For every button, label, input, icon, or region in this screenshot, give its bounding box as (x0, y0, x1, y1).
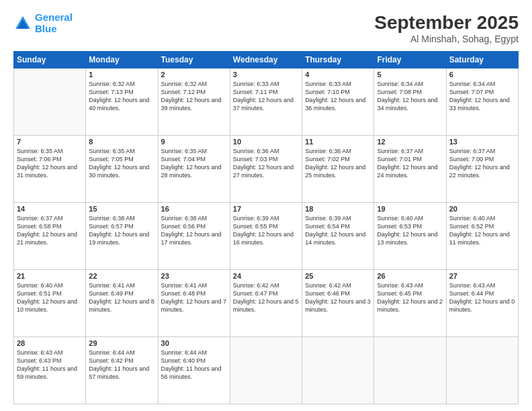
cell-info: Sunrise: 6:39 AMSunset: 6:54 PMDaylight:… (305, 214, 371, 247)
calendar-header-row: SundayMondayTuesdayWednesdayThursdayFrid… (14, 52, 519, 68)
day-number: 26 (377, 272, 443, 280)
cell-info: Sunrise: 6:32 AMSunset: 7:12 PMDaylight:… (161, 80, 227, 113)
day-number: 14 (17, 205, 83, 213)
day-number: 10 (233, 138, 299, 146)
calendar-cell: 3Sunrise: 6:33 AMSunset: 7:11 PMDaylight… (230, 68, 302, 136)
calendar-cell: 30Sunrise: 6:44 AMSunset: 6:40 PMDayligh… (158, 337, 230, 404)
day-number: 21 (17, 272, 83, 280)
day-number: 28 (17, 339, 83, 347)
cell-info: Sunrise: 6:44 AMSunset: 6:40 PMDaylight:… (161, 349, 227, 381)
cell-info: Sunrise: 6:37 AMSunset: 7:00 PMDaylight:… (449, 147, 515, 180)
day-number: 9 (161, 138, 227, 146)
day-number: 7 (17, 138, 83, 146)
weekday-header: Saturday (446, 52, 518, 68)
location-title: Al Minshah, Sohag, Egypt (374, 34, 519, 44)
calendar-week-row: 14Sunrise: 6:37 AMSunset: 6:58 PMDayligh… (14, 203, 519, 270)
day-number: 22 (89, 272, 154, 280)
cell-info: Sunrise: 6:35 AMSunset: 7:04 PMDaylight:… (161, 147, 227, 180)
calendar-week-row: 7Sunrise: 6:35 AMSunset: 7:06 PMDaylight… (14, 136, 519, 203)
page: General Blue September 2025 Al Minshah, … (0, 0, 532, 411)
day-number: 8 (89, 138, 154, 146)
logo-line2: Blue (35, 23, 57, 34)
calendar-cell: 27Sunrise: 6:43 AMSunset: 6:44 PMDayligh… (446, 270, 518, 337)
cell-info: Sunrise: 6:42 AMSunset: 6:47 PMDaylight:… (233, 281, 299, 314)
calendar-cell: 11Sunrise: 6:36 AMSunset: 7:02 PMDayligh… (302, 136, 374, 203)
day-number: 29 (89, 339, 154, 347)
calendar-cell: 6Sunrise: 6:34 AMSunset: 7:07 PMDaylight… (446, 68, 518, 136)
cell-info: Sunrise: 6:41 AMSunset: 6:49 PMDaylight:… (89, 281, 154, 314)
cell-info: Sunrise: 6:38 AMSunset: 6:56 PMDaylight:… (161, 214, 227, 247)
calendar-cell: 17Sunrise: 6:39 AMSunset: 6:55 PMDayligh… (230, 203, 302, 270)
calendar-cell: 13Sunrise: 6:37 AMSunset: 7:00 PMDayligh… (446, 136, 518, 203)
calendar-cell: 28Sunrise: 6:43 AMSunset: 6:43 PMDayligh… (14, 337, 86, 404)
cell-info: Sunrise: 6:44 AMSunset: 6:42 PMDaylight:… (89, 349, 154, 381)
calendar-cell: 5Sunrise: 6:34 AMSunset: 7:08 PMDaylight… (374, 68, 446, 136)
calendar-cell (302, 337, 374, 404)
day-number: 23 (161, 272, 227, 280)
calendar-cell (446, 337, 518, 404)
cell-info: Sunrise: 6:40 AMSunset: 6:53 PMDaylight:… (377, 214, 443, 247)
cell-info: Sunrise: 6:43 AMSunset: 6:43 PMDaylight:… (17, 349, 83, 381)
cell-info: Sunrise: 6:36 AMSunset: 7:02 PMDaylight:… (305, 147, 371, 180)
day-number: 18 (305, 205, 371, 213)
calendar-week-row: 21Sunrise: 6:40 AMSunset: 6:51 PMDayligh… (14, 270, 519, 337)
calendar-cell (374, 337, 446, 404)
calendar-cell: 23Sunrise: 6:41 AMSunset: 6:48 PMDayligh… (158, 270, 230, 337)
cell-info: Sunrise: 6:37 AMSunset: 6:58 PMDaylight:… (17, 214, 83, 247)
cell-info: Sunrise: 6:33 AMSunset: 7:10 PMDaylight:… (305, 80, 371, 113)
calendar-cell: 10Sunrise: 6:36 AMSunset: 7:03 PMDayligh… (230, 136, 302, 203)
calendar-cell (14, 68, 86, 136)
cell-info: Sunrise: 6:41 AMSunset: 6:48 PMDaylight:… (161, 281, 227, 314)
day-number: 3 (233, 71, 299, 79)
calendar-cell: 29Sunrise: 6:44 AMSunset: 6:42 PMDayligh… (86, 337, 158, 404)
day-number: 6 (449, 71, 515, 79)
cell-info: Sunrise: 6:42 AMSunset: 6:46 PMDaylight:… (305, 281, 371, 314)
day-number: 11 (305, 138, 371, 146)
day-number: 27 (449, 272, 515, 280)
cell-info: Sunrise: 6:40 AMSunset: 6:51 PMDaylight:… (17, 281, 83, 314)
cell-info: Sunrise: 6:33 AMSunset: 7:11 PMDaylight:… (233, 80, 299, 113)
calendar-cell: 4Sunrise: 6:33 AMSunset: 7:10 PMDaylight… (302, 68, 374, 136)
cell-info: Sunrise: 6:32 AMSunset: 7:13 PMDaylight:… (89, 80, 154, 113)
day-number: 16 (161, 205, 227, 213)
weekday-header: Friday (374, 52, 446, 68)
calendar-cell: 18Sunrise: 6:39 AMSunset: 6:54 PMDayligh… (302, 203, 374, 270)
calendar-cell: 12Sunrise: 6:37 AMSunset: 7:01 PMDayligh… (374, 136, 446, 203)
calendar-cell: 7Sunrise: 6:35 AMSunset: 7:06 PMDaylight… (14, 136, 86, 203)
cell-info: Sunrise: 6:35 AMSunset: 7:05 PMDaylight:… (89, 147, 154, 180)
calendar-week-row: 1Sunrise: 6:32 AMSunset: 7:13 PMDaylight… (14, 68, 519, 136)
day-number: 19 (377, 205, 443, 213)
calendar-cell: 19Sunrise: 6:40 AMSunset: 6:53 PMDayligh… (374, 203, 446, 270)
calendar-cell: 16Sunrise: 6:38 AMSunset: 6:56 PMDayligh… (158, 203, 230, 270)
calendar-cell: 22Sunrise: 6:41 AMSunset: 6:49 PMDayligh… (86, 270, 158, 337)
day-number: 15 (89, 205, 154, 213)
cell-info: Sunrise: 6:34 AMSunset: 7:08 PMDaylight:… (377, 80, 443, 113)
calendar-cell: 15Sunrise: 6:38 AMSunset: 6:57 PMDayligh… (86, 203, 158, 270)
month-title: September 2025 (374, 12, 519, 34)
calendar-cell: 26Sunrise: 6:43 AMSunset: 6:45 PMDayligh… (374, 270, 446, 337)
cell-info: Sunrise: 6:38 AMSunset: 6:57 PMDaylight:… (89, 214, 154, 247)
day-number: 12 (377, 138, 443, 146)
calendar-cell: 25Sunrise: 6:42 AMSunset: 6:46 PMDayligh… (302, 270, 374, 337)
logo-text: General Blue (35, 12, 73, 34)
day-number: 24 (233, 272, 299, 280)
header: General Blue September 2025 Al Minshah, … (13, 12, 519, 44)
day-number: 2 (161, 71, 227, 79)
cell-info: Sunrise: 6:35 AMSunset: 7:06 PMDaylight:… (17, 147, 83, 180)
calendar-cell: 20Sunrise: 6:40 AMSunset: 6:52 PMDayligh… (446, 203, 518, 270)
calendar-cell: 2Sunrise: 6:32 AMSunset: 7:12 PMDaylight… (158, 68, 230, 136)
day-number: 30 (161, 339, 227, 347)
cell-info: Sunrise: 6:39 AMSunset: 6:55 PMDaylight:… (233, 214, 299, 247)
weekday-header: Thursday (302, 52, 374, 68)
calendar-cell (230, 337, 302, 404)
day-number: 20 (449, 205, 515, 213)
weekday-header: Monday (86, 52, 158, 68)
calendar-week-row: 28Sunrise: 6:43 AMSunset: 6:43 PMDayligh… (14, 337, 519, 404)
logo: General Blue (13, 12, 73, 34)
calendar-cell: 24Sunrise: 6:42 AMSunset: 6:47 PMDayligh… (230, 270, 302, 337)
calendar-cell: 8Sunrise: 6:35 AMSunset: 7:05 PMDaylight… (86, 136, 158, 203)
day-number: 5 (377, 71, 443, 79)
calendar-cell: 9Sunrise: 6:35 AMSunset: 7:04 PMDaylight… (158, 136, 230, 203)
day-number: 17 (233, 205, 299, 213)
day-number: 4 (305, 71, 371, 79)
